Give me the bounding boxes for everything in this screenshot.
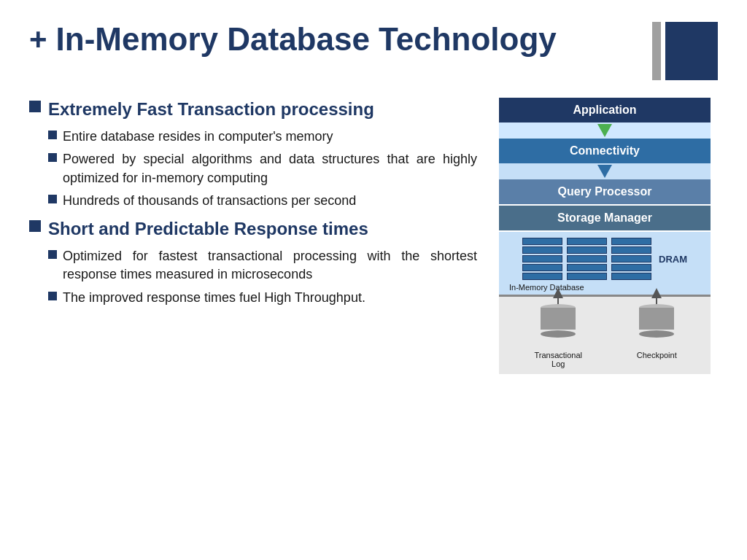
bullet-2-sub-2-text: The improved response times fuel High Th… — [63, 289, 365, 307]
bullet-2-text: Short and Predictable Response times — [48, 217, 368, 240]
db-stripe — [567, 264, 607, 271]
plus-icon: + — [29, 24, 47, 55]
disk-2-body — [639, 308, 674, 330]
bullet-1-text: Extremely Fast Transaction processing — [48, 98, 374, 120]
diagram: Application Connectivity Query Processor… — [499, 98, 711, 374]
bullet-1: Extremely Fast Transaction processing — [29, 98, 477, 120]
arrow-up-2 — [651, 288, 662, 304]
bullet-2-sub-1: Optimized for fastest transactional proc… — [48, 247, 477, 284]
bullet-2-marker — [29, 220, 41, 232]
blue-arrow-icon — [597, 165, 612, 178]
db-stripe — [611, 238, 651, 245]
disk-1-bottom — [541, 330, 576, 338]
right-content: Application Connectivity Query Processor… — [499, 98, 718, 374]
diag-application: Application — [499, 98, 711, 122]
green-arrow-icon — [597, 124, 612, 137]
db-stripe — [611, 246, 651, 254]
bullet-1-sub-2-marker — [48, 153, 57, 162]
bullet-1-sub-2: Powered by special algorithms and data s… — [48, 150, 477, 187]
diag-db-stripes-row: DRAM — [506, 238, 703, 280]
bullet-2-subbullets: Optimized for fastest transactional proc… — [48, 247, 477, 307]
db-stripe — [611, 264, 651, 271]
left-content: Extremely Fast Transaction processing En… — [29, 98, 477, 313]
db-stripe — [567, 238, 607, 245]
bullet-2-sub-2: The improved response times fuel High Th… — [48, 289, 477, 307]
header: + In-Memory Database Technology — [29, 22, 718, 80]
dram-label: DRAM — [659, 254, 687, 265]
main-title: In-Memory Database Technology — [56, 22, 557, 57]
diag-arrow-blue — [499, 163, 711, 179]
bullet-1-sub-1-text: Entire database resides in computer's me… — [63, 128, 333, 146]
arrow-up-1-line — [557, 298, 559, 304]
disk-2-label: Checkpoint — [637, 351, 677, 359]
logo-area — [652, 22, 718, 80]
disk-2-shape — [639, 304, 674, 338]
db-stripe — [522, 246, 562, 254]
bullet-1-sub-1-marker — [48, 131, 57, 139]
db-stripe — [522, 238, 562, 245]
db-stripe — [522, 255, 562, 262]
bullet-1-sub-3: Hundreds of thousands of transactions pe… — [48, 192, 477, 210]
disk-checkpoint: Checkpoint — [637, 304, 677, 359]
db-stripe — [522, 264, 562, 271]
db-stripe — [567, 273, 607, 280]
diag-query-processor: Query Processor — [499, 179, 711, 204]
bullet-1-sub-1: Entire database resides in computer's me… — [48, 128, 477, 146]
disk-1-shape — [541, 304, 576, 338]
disk-1-label: Transactional Log — [533, 351, 584, 368]
bullet-2-sub-1-marker — [48, 250, 57, 259]
bullet-1-sub-3-marker — [48, 195, 57, 203]
arrow-up-1 — [553, 288, 563, 304]
inmem-label: In-Memory Database — [506, 283, 703, 292]
bullet-1-sub-3-text: Hundreds of thousands of transactions pe… — [63, 192, 356, 210]
db-col-1 — [522, 238, 562, 280]
bullet-1-marker — [29, 101, 41, 112]
db-stripe — [522, 273, 562, 280]
bullet-2-sub-2-marker — [48, 292, 57, 300]
bullet-2-sub-1-text: Optimized for fastest transactional proc… — [63, 247, 477, 284]
title-area: + In-Memory Database Technology — [29, 22, 557, 57]
diag-storage-manager: Storage Manager — [499, 206, 711, 230]
bullet-1-sub-2-text: Powered by special algorithms and data s… — [63, 150, 477, 187]
content-area: Extremely Fast Transaction processing En… — [29, 98, 718, 374]
slide: + In-Memory Database Technology Extremel… — [0, 0, 747, 560]
bullet-2: Short and Predictable Response times — [29, 217, 477, 240]
db-col-3 — [611, 238, 651, 280]
diag-connectivity: Connectivity — [499, 139, 711, 163]
arrow-up-1-head — [553, 288, 563, 298]
diag-inmem-area: DRAM In-Memory Database — [499, 232, 711, 295]
db-stripe — [611, 273, 651, 280]
db-stripe — [567, 246, 607, 254]
logo-bar-gray — [652, 22, 661, 80]
logo-bar-blue — [665, 22, 718, 80]
db-stripe — [567, 255, 607, 262]
db-col-2 — [567, 238, 607, 280]
bullet-1-subbullets: Entire database resides in computer's me… — [48, 128, 477, 210]
disk-2-bottom — [639, 330, 674, 338]
arrow-up-2-head — [651, 288, 662, 298]
diag-arrow-green — [499, 122, 711, 139]
diag-bottom-area: Transactional Log — [499, 297, 711, 374]
arrow-up-2-line — [656, 298, 657, 304]
disk-transactional-log: Transactional Log — [533, 304, 584, 368]
disk-1-body — [541, 308, 576, 330]
db-stripe — [611, 255, 651, 262]
